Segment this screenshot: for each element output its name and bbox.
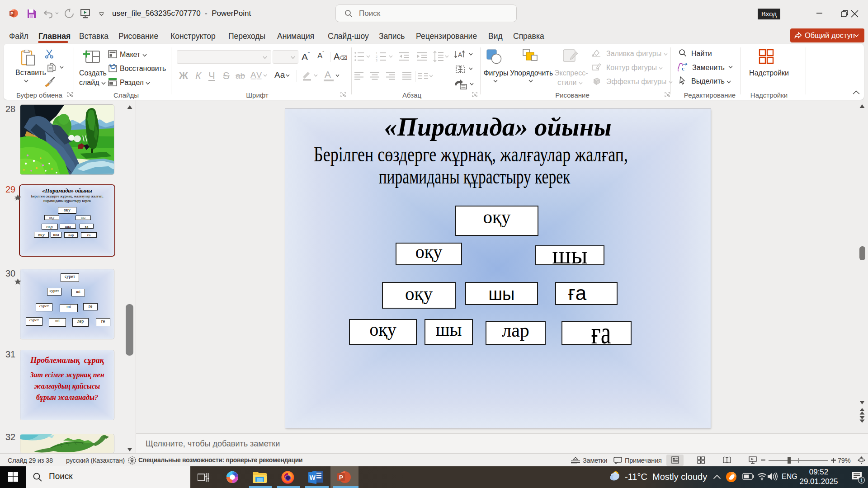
svg-text:W: W bbox=[309, 474, 316, 481]
svg-text:1: 1 bbox=[860, 478, 863, 483]
svg-text:P: P bbox=[339, 474, 343, 481]
svg-text:2: 2 bbox=[376, 55, 377, 58]
svg-text:c: c bbox=[682, 65, 684, 72]
svg-text:P: P bbox=[10, 11, 14, 16]
svg-text:1: 1 bbox=[376, 52, 377, 55]
svg-text:A: A bbox=[458, 51, 462, 58]
svg-text:3: 3 bbox=[376, 59, 377, 61]
